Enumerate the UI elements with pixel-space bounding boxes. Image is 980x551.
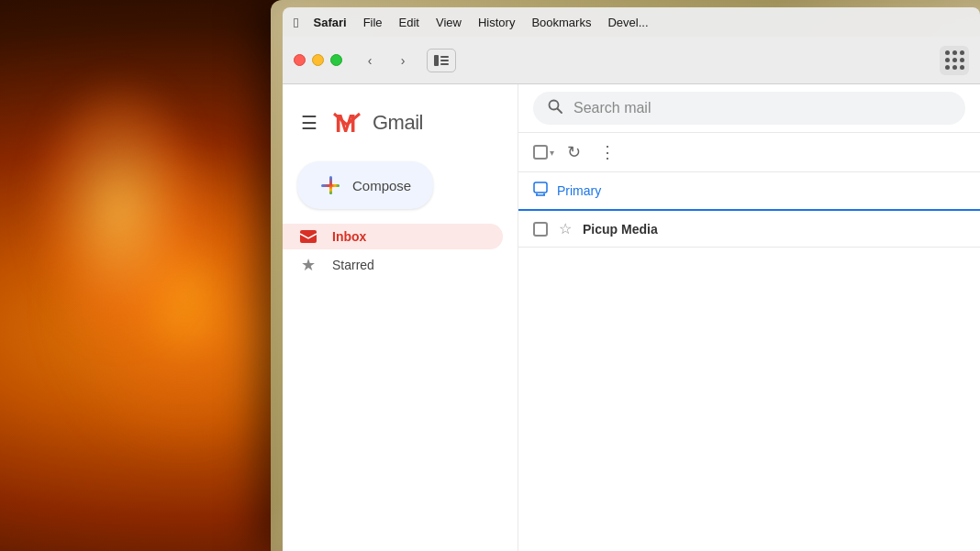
- gmail-content-area: ☰ M Gmail Compose: [283, 84, 980, 551]
- gmail-main-toolbar: Search mail: [518, 84, 980, 133]
- gmail-m-logo: M: [330, 106, 363, 139]
- grid-dots-icon: [945, 50, 964, 70]
- email-sender: Picup Media: [583, 222, 693, 237]
- gmail-sidebar: ☰ M Gmail Compose: [283, 84, 518, 551]
- compose-label: Compose: [352, 178, 411, 193]
- menubar-safari[interactable]: Safari: [313, 16, 346, 29]
- traffic-lights: [294, 54, 342, 66]
- search-bar[interactable]: Search mail: [533, 92, 965, 125]
- refresh-button[interactable]: ↻: [562, 138, 586, 166]
- star-icon: ★: [299, 255, 317, 275]
- fullscreen-button[interactable]: [330, 54, 342, 66]
- background-glow-2: [28, 73, 211, 348]
- primary-tab[interactable]: Primary: [518, 172, 980, 211]
- more-vertical-icon: ⋮: [599, 143, 616, 161]
- sidebar-icon: [434, 55, 449, 66]
- forward-button[interactable]: ›: [390, 48, 416, 73]
- svg-line-8: [558, 109, 562, 114]
- sidebar-toggle-button[interactable]: [427, 49, 456, 72]
- menubar-view[interactable]: View: [436, 16, 462, 29]
- apple-menu-icon[interactable]: : [294, 15, 298, 30]
- inbox-label: Inbox: [332, 229, 366, 244]
- checkbox-icon: [533, 145, 548, 160]
- macos-menubar:  Safari File Edit View History Bookmark…: [283, 7, 980, 37]
- chevron-right-icon: ›: [401, 53, 406, 68]
- grid-apps-button[interactable]: [940, 46, 969, 75]
- menubar-file[interactable]: File: [363, 16, 383, 29]
- svg-rect-3: [440, 63, 449, 65]
- search-placeholder-text: Search mail: [574, 100, 651, 116]
- back-button[interactable]: ‹: [357, 48, 383, 73]
- menubar-edit[interactable]: Edit: [399, 16, 419, 29]
- svg-rect-2: [440, 60, 449, 61]
- starred-label: Starred: [332, 258, 374, 272]
- hamburger-menu-icon[interactable]: ☰: [297, 108, 321, 138]
- browser-toolbar: ‹ ›: [283, 37, 980, 84]
- primary-tab-label: Primary: [557, 183, 601, 198]
- email-list-item[interactable]: ☆ Picup Media: [518, 211, 980, 248]
- svg-rect-9: [534, 182, 547, 193]
- gmail-main: Search mail ▾ ↻ ⋮: [518, 84, 980, 551]
- menubar-bookmarks[interactable]: Bookmarks: [531, 16, 591, 29]
- select-all-checkbox[interactable]: ▾: [533, 145, 554, 160]
- minimize-button[interactable]: [312, 54, 324, 66]
- sidebar-item-starred[interactable]: ★ Starred: [283, 249, 503, 281]
- checkbox-chevron-icon: ▾: [550, 148, 554, 158]
- sidebar-item-inbox[interactable]: Inbox: [283, 224, 503, 249]
- gmail-header: ☰ M Gmail: [283, 99, 518, 154]
- email-checkbox-icon[interactable]: [533, 222, 548, 237]
- compose-plus-icon: [319, 174, 341, 196]
- refresh-icon: ↻: [567, 143, 581, 161]
- primary-tab-icon: [533, 182, 548, 200]
- email-star-icon[interactable]: ☆: [559, 220, 572, 237]
- close-button[interactable]: [294, 54, 306, 66]
- menubar-history[interactable]: History: [478, 16, 515, 29]
- compose-button[interactable]: Compose: [297, 161, 433, 209]
- svg-rect-0: [434, 55, 439, 66]
- email-toolbar: ▾ ↻ ⋮: [518, 133, 980, 172]
- search-icon: [548, 99, 562, 117]
- svg-text:M: M: [335, 109, 356, 138]
- browser-window: ‹ › ☰: [283, 37, 980, 551]
- chevron-left-icon: ‹: [368, 53, 373, 68]
- menubar-develop[interactable]: Devel...: [607, 16, 648, 29]
- more-options-button[interactable]: ⋮: [594, 138, 621, 166]
- gmail-wordmark: Gmail: [373, 111, 423, 135]
- svg-rect-6: [300, 230, 317, 243]
- inbox-icon: [299, 229, 317, 244]
- svg-rect-1: [440, 56, 449, 58]
